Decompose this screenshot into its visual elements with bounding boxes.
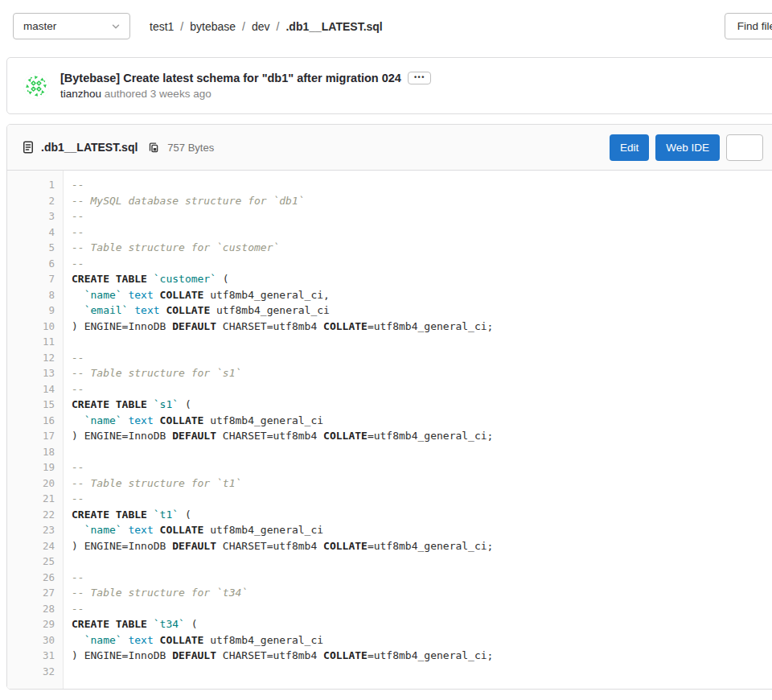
line-number[interactable]: 5 — [7, 240, 63, 256]
breadcrumb: test1 / bytebase / dev / .db1__LATEST.sq… — [150, 20, 383, 33]
code-line: `email` text COLLATE utf8mb4_general_ci — [72, 303, 772, 319]
code-line: -- Table structure for `t1` — [72, 476, 772, 492]
code-line: -- — [72, 224, 772, 241]
breadcrumb-item-repo[interactable]: test1 — [150, 20, 174, 33]
line-number[interactable]: 18 — [7, 444, 63, 460]
line-number[interactable]: 31 — [7, 648, 63, 664]
code-line: -- — [72, 256, 772, 272]
code-line: -- — [72, 381, 772, 397]
code-line: ) ENGINE=InnoDB DEFAULT CHARSET=utf8mb4 … — [72, 428, 772, 444]
line-number[interactable]: 3 — [7, 208, 63, 224]
line-number[interactable]: 27 — [7, 585, 63, 601]
line-number[interactable]: 24 — [7, 538, 63, 554]
code-line: CREATE TABLE `t34` ( — [72, 616, 772, 632]
code-line — [72, 334, 772, 350]
code-line: ) ENGINE=InnoDB DEFAULT CHARSET=utf8mb4 … — [72, 648, 772, 664]
line-number[interactable]: 2 — [7, 193, 63, 209]
code-line: -- — [72, 601, 772, 617]
line-number[interactable]: 21 — [7, 491, 63, 507]
breadcrumb-separator: / — [277, 20, 280, 33]
file-size: 757 Bytes — [167, 142, 214, 154]
find-file-button[interactable]: Find file — [725, 13, 772, 39]
line-number[interactable]: 9 — [7, 303, 63, 319]
code-line: CREATE TABLE `s1` ( — [72, 397, 772, 413]
code-line — [72, 444, 772, 460]
last-commit-panel: [Bytebase] Create latest schema for "db1… — [6, 57, 772, 114]
line-number[interactable]: 16 — [7, 413, 63, 429]
line-number[interactable]: 6 — [7, 256, 63, 272]
code-line: `name` text COLLATE utf8mb4_general_ci — [72, 522, 772, 538]
line-number[interactable]: 30 — [7, 632, 63, 649]
commit-expand-button[interactable]: ••• — [408, 72, 431, 84]
copy-path-button[interactable] — [147, 141, 160, 154]
breadcrumb-item-folder-1[interactable]: bytebase — [190, 20, 236, 33]
file-name: .db1__LATEST.sql — [41, 141, 138, 154]
commit-author-link[interactable]: tianzhou — [60, 88, 101, 100]
edit-button[interactable]: Edit — [610, 134, 649, 161]
line-number[interactable]: 25 — [7, 554, 63, 570]
line-number[interactable]: 28 — [7, 601, 63, 617]
code-line: -- Table structure for `customer` — [72, 240, 772, 256]
commit-info: [Bytebase] Create latest schema for "db1… — [60, 72, 431, 100]
code-line: -- MySQL database structure for `db1` — [72, 193, 772, 209]
code-line: CREATE TABLE `t1` ( — [72, 507, 772, 523]
line-number[interactable]: 1 — [7, 177, 63, 193]
web-ide-button[interactable]: Web IDE — [655, 134, 720, 161]
line-number[interactable]: 12 — [7, 350, 63, 366]
commit-meta-text: authored 3 weeks ago — [105, 88, 211, 100]
line-number[interactable]: 22 — [7, 507, 63, 523]
code-line — [72, 664, 772, 680]
code-line: `name` text COLLATE utf8mb4_general_ci — [72, 632, 772, 649]
breadcrumb-item-file: .db1__LATEST.sql — [285, 20, 382, 33]
code-view: 1234567891011121314151617181920212223242… — [7, 171, 772, 689]
code-line: -- — [72, 459, 772, 476]
file-header: .db1__LATEST.sql 757 Bytes Edit Web IDE — [7, 125, 772, 171]
file-actions: Edit Web IDE — [610, 134, 763, 161]
line-number[interactable]: 26 — [7, 570, 63, 586]
code-line: -- Table structure for `s1` — [72, 365, 772, 381]
line-number[interactable]: 11 — [7, 334, 63, 350]
code-line: -- — [72, 570, 772, 586]
action-button-partial[interactable] — [726, 134, 763, 161]
line-number[interactable]: 15 — [7, 397, 63, 413]
line-numbers: 1234567891011121314151617181920212223242… — [7, 171, 64, 689]
breadcrumb-separator: / — [180, 20, 183, 33]
line-number[interactable]: 14 — [7, 381, 63, 397]
file-viewer: .db1__LATEST.sql 757 Bytes Edit Web IDE … — [6, 124, 772, 690]
line-number[interactable]: 32 — [7, 664, 63, 680]
branch-name: master — [23, 20, 56, 32]
line-number[interactable]: 4 — [7, 224, 63, 241]
code-line: ) ENGINE=InnoDB DEFAULT CHARSET=utf8mb4 … — [72, 538, 772, 554]
line-number[interactable]: 7 — [7, 271, 63, 287]
code-line: -- — [72, 350, 772, 366]
line-number[interactable]: 13 — [7, 365, 63, 381]
line-number[interactable]: 10 — [7, 319, 63, 335]
copy-icon — [147, 141, 160, 154]
line-number[interactable]: 23 — [7, 522, 63, 538]
code-line: `name` text COLLATE utf8mb4_general_ci — [72, 413, 772, 429]
breadcrumb-item-folder-2[interactable]: dev — [252, 20, 270, 33]
document-icon — [22, 141, 35, 154]
commit-title-link[interactable]: [Bytebase] Create latest schema for "db1… — [60, 72, 401, 84]
line-number[interactable]: 19 — [7, 459, 63, 476]
top-bar: master test1 / bytebase / dev / .db1__LA… — [0, 0, 772, 52]
code-line: CREATE TABLE `customer` ( — [72, 271, 772, 287]
code-line: `name` text COLLATE utf8mb4_general_ci, — [72, 287, 772, 303]
avatar[interactable] — [23, 73, 49, 99]
code-line: -- — [72, 491, 772, 507]
code-line: ) ENGINE=InnoDB DEFAULT CHARSET=utf8mb4 … — [72, 319, 772, 335]
code-line — [72, 554, 772, 570]
code-line: -- Table structure for `t34` — [72, 585, 772, 601]
code-line: -- — [72, 177, 772, 193]
chevron-down-icon — [110, 21, 121, 32]
code-lines: ---- MySQL database structure for `db1`-… — [64, 171, 772, 689]
line-number[interactable]: 29 — [7, 616, 63, 632]
code-line: -- — [72, 208, 772, 224]
line-number[interactable]: 17 — [7, 428, 63, 444]
branch-selector[interactable]: master — [13, 13, 130, 39]
line-number[interactable]: 8 — [7, 287, 63, 303]
breadcrumb-separator: / — [242, 20, 245, 33]
line-number[interactable]: 20 — [7, 476, 63, 492]
